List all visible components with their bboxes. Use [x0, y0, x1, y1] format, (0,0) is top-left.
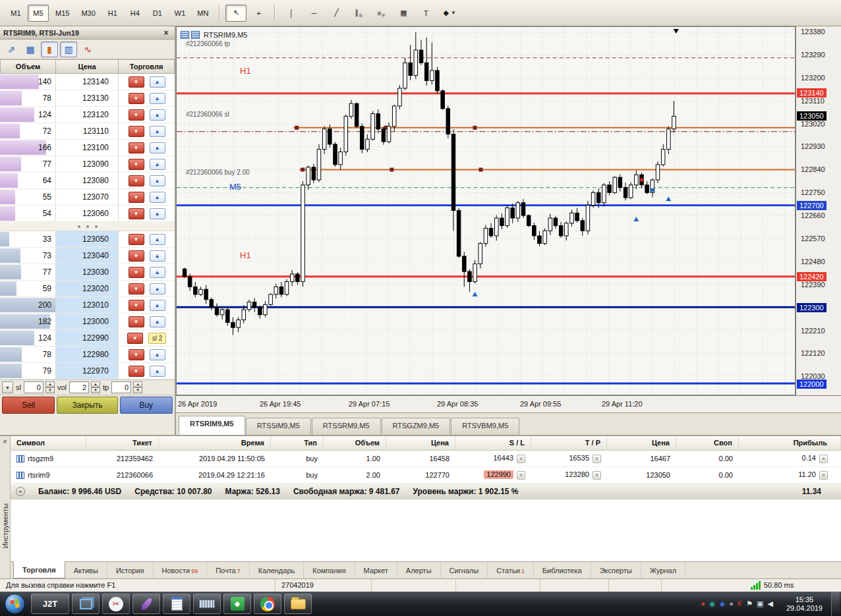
- toolbox-tab-история[interactable]: История: [107, 562, 154, 578]
- sell-at-price-button[interactable]: ▼: [129, 126, 144, 137]
- equidistant-channel-tool[interactable]: ∥E: [348, 5, 369, 22]
- column-header-1[interactable]: Тикет: [86, 436, 159, 450]
- sell-at-price-button[interactable]: ▼: [129, 93, 144, 104]
- keyboard-app[interactable]: [193, 594, 221, 614]
- snipping-tool-app[interactable]: ✂: [102, 594, 130, 614]
- buy-at-price-button[interactable]: ▲: [150, 250, 165, 262]
- volume-input[interactable]: 2: [69, 381, 89, 393]
- timeframe-h1[interactable]: H1: [102, 5, 123, 22]
- sell-at-price-button[interactable]: ▼: [129, 349, 144, 360]
- fibonacci-tool[interactable]: ≡F: [370, 5, 392, 22]
- toolbox-tab-маркет[interactable]: Маркет: [355, 562, 397, 578]
- buy-at-price-button[interactable]: ▲: [150, 175, 165, 186]
- sell-at-price-button[interactable]: ▼: [129, 267, 144, 278]
- column-header-7[interactable]: T / P: [531, 436, 607, 450]
- trade-row-rtsgzm9[interactable]: rtsgzm92123594622019.04.29 11:50:05buy1.…: [11, 451, 841, 467]
- buy-at-price-button[interactable]: ▲: [150, 267, 165, 278]
- buy-at-price-button[interactable]: ▲: [150, 300, 165, 311]
- chart-tab-rtsrim9-m5[interactable]: RTSRIM9,M5: [179, 416, 245, 435]
- sell-at-price-button[interactable]: ▼: [129, 316, 144, 327]
- depth-grid-icon[interactable]: ▦: [22, 42, 39, 57]
- buy-at-price-button[interactable]: ▲: [150, 234, 165, 245]
- column-header-5[interactable]: Цена: [386, 436, 455, 450]
- chrome-app[interactable]: [254, 594, 281, 614]
- taskbar-clock[interactable]: 15:35 29.04.2019: [780, 596, 828, 613]
- timeframe-h4[interactable]: H4: [125, 5, 146, 22]
- sl-stepper-up[interactable]: ▲: [45, 381, 55, 387]
- column-header-2[interactable]: Время: [159, 436, 271, 450]
- toolbox-tab-эксперты[interactable]: Эксперты: [591, 562, 641, 578]
- tray-blue-icon[interactable]: ◆: [720, 600, 725, 607]
- buy-button[interactable]: Buy: [120, 397, 173, 414]
- sell-at-price-button[interactable]: ▼: [129, 208, 144, 219]
- buy-at-price-button[interactable]: ▲: [150, 109, 165, 121]
- sell-at-price-button[interactable]: ▼: [129, 234, 144, 245]
- connection-status[interactable]: 50.80 ms: [662, 579, 841, 592]
- toolbox-tab-журнал[interactable]: Журнал: [641, 562, 685, 578]
- order-type-dropdown[interactable]: ▼: [2, 381, 13, 393]
- sell-at-price-button[interactable]: ▼: [129, 109, 144, 121]
- buy-at-price-button[interactable]: ▲: [150, 366, 165, 377]
- timeframe-mn[interactable]: MN: [192, 5, 214, 22]
- tray-teal-icon[interactable]: ◉: [709, 600, 716, 607]
- toolbox-tab-библиотека[interactable]: Библиотека: [534, 562, 591, 578]
- vertical-line-tool[interactable]: │: [281, 5, 302, 22]
- trade-column-header[interactable]: Торговля: [119, 59, 175, 74]
- sell-at-price-button[interactable]: ▼: [129, 283, 144, 294]
- toolbox-tab-новости[interactable]: Новости99: [154, 562, 208, 578]
- volume-stepper-up[interactable]: ▲: [91, 381, 100, 387]
- sell-button[interactable]: Sell: [2, 397, 55, 414]
- timeframe-m1[interactable]: M1: [5, 5, 26, 22]
- cursor-tool[interactable]: ↖: [225, 5, 246, 22]
- sell-at-price-button[interactable]: ▼: [129, 300, 144, 311]
- chart-tab-rtssim9-m5[interactable]: RTSSiM9,M5: [246, 418, 311, 435]
- column-header-8[interactable]: Цена: [607, 436, 676, 450]
- toolbox-close-button[interactable]: ×: [3, 437, 7, 445]
- shapes-tool-dropdown-icon[interactable]: ▼: [451, 10, 456, 16]
- tray-monitor-icon[interactable]: ▣: [757, 600, 763, 607]
- tray-flag-icon[interactable]: ⚑: [746, 600, 753, 607]
- candlestick-chart[interactable]: RTSRIM9,M5 #212360066 tpH1#212360066 sl#…: [176, 26, 796, 395]
- tray-gray-icon[interactable]: ●: [729, 600, 734, 607]
- close-trade-button[interactable]: ×: [819, 455, 828, 463]
- buy-at-price-button[interactable]: ▲: [150, 349, 165, 360]
- buy-at-price-button[interactable]: ▲: [150, 208, 165, 219]
- sell-at-price-button[interactable]: ▼: [129, 159, 144, 170]
- new-order-icon[interactable]: ⇗: [3, 42, 20, 57]
- price-scale[interactable]: 1233801232901232001231101230201229301228…: [796, 26, 841, 395]
- horizontal-line-tool[interactable]: ─: [303, 5, 324, 22]
- metaeditor-app[interactable]: ◆: [223, 594, 251, 614]
- tray-volume-icon[interactable]: ◀: [767, 600, 772, 607]
- toolbox-tab-сигналы[interactable]: Сигналы: [441, 562, 488, 578]
- buy-at-price-button[interactable]: ▲: [150, 159, 165, 170]
- column-header-9[interactable]: Своп: [676, 436, 739, 450]
- trendline-tool[interactable]: ╱: [326, 5, 347, 22]
- remove-sl-button[interactable]: ×: [517, 471, 525, 480]
- timeframe-m5[interactable]: M5: [28, 5, 49, 22]
- close-trade-button[interactable]: ×: [819, 471, 828, 480]
- trade-row-rtsrim9[interactable]: rtsrim92123600662019.04.29 12:21:16buy2.…: [11, 467, 841, 484]
- grid-tool[interactable]: ▦: [393, 5, 414, 22]
- text-tool[interactable]: T: [415, 5, 436, 22]
- timeframe-d1[interactable]: D1: [147, 5, 168, 22]
- timeframe-m30[interactable]: M30: [76, 5, 100, 22]
- column-header-10[interactable]: Прибыль: [739, 436, 841, 450]
- quill-app[interactable]: [132, 594, 160, 614]
- folder-app[interactable]: [284, 594, 312, 614]
- tp-stepper-up[interactable]: ▲: [133, 381, 142, 387]
- sell-at-price-button[interactable]: ▼: [129, 175, 144, 186]
- sell-at-price-button[interactable]: ▼: [129, 250, 144, 262]
- close-position-button[interactable]: Закрыть: [57, 397, 117, 414]
- remove-sl-button[interactable]: ×: [517, 455, 525, 463]
- tick-chart-icon[interactable]: ∿: [79, 42, 96, 57]
- tp-input[interactable]: 0: [111, 381, 131, 393]
- timeframe-w1[interactable]: W1: [169, 5, 191, 22]
- buy-at-price-button[interactable]: ▲: [150, 76, 165, 88]
- crosshair-tool[interactable]: +: [248, 5, 269, 22]
- shapes-tool[interactable]: ◆▼: [438, 5, 461, 22]
- sell-at-price-button[interactable]: ▼: [127, 333, 143, 344]
- expand-summary-icon[interactable]: +: [16, 487, 25, 496]
- toolbox-tab-активы[interactable]: Активы: [65, 562, 107, 578]
- depth-close-button[interactable]: ×: [161, 28, 171, 38]
- volume-column-header[interactable]: Объем: [0, 59, 56, 74]
